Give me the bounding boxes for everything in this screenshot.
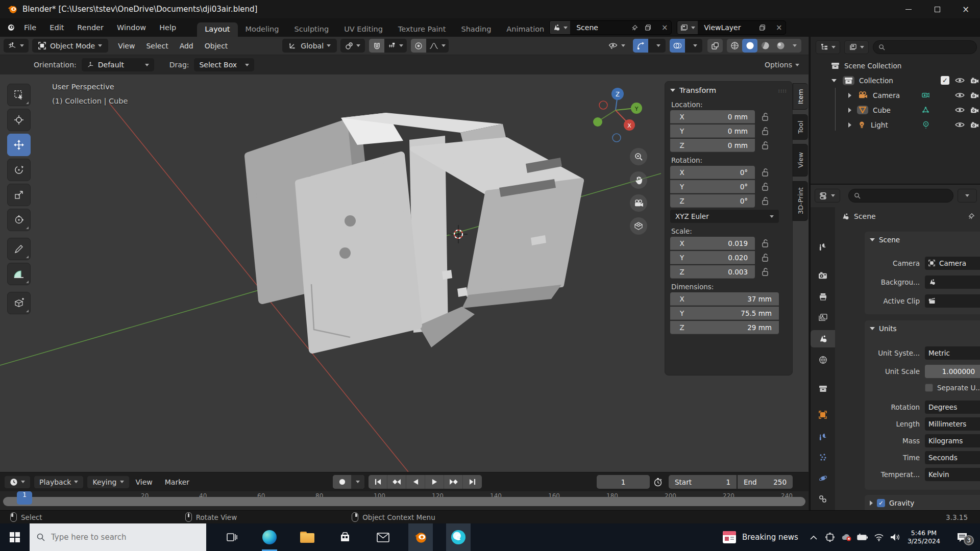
lock-icon[interactable] — [762, 254, 769, 262]
rotation-x-field[interactable]: X0° — [670, 166, 755, 179]
properties-options-dropdown[interactable] — [958, 189, 977, 203]
tool-move[interactable] — [7, 134, 31, 156]
rotation-mode-dropdown[interactable]: XYZ Euler — [670, 210, 779, 223]
lock-icon[interactable] — [762, 141, 769, 149]
minimize-button[interactable] — [894, 0, 923, 18]
camera-view-button[interactable] — [630, 194, 647, 212]
start-button[interactable] — [0, 523, 30, 551]
disable-render-icon[interactable] — [970, 121, 979, 129]
lock-icon[interactable] — [762, 127, 769, 135]
search-input[interactable] — [51, 533, 189, 542]
menu-render[interactable]: Render — [70, 18, 110, 37]
navigation-gizmo[interactable]: Z Y X — [593, 88, 642, 142]
expand-icon[interactable] — [848, 108, 851, 113]
time-unit-dropdown[interactable]: Seconds — [925, 451, 980, 464]
lock-icon[interactable] — [762, 239, 769, 247]
gizmo-toggle[interactable] — [633, 39, 648, 53]
tab-object-icon[interactable] — [811, 406, 835, 423]
menu-object[interactable]: Object — [199, 42, 234, 50]
auto-key-record-button[interactable] — [333, 475, 351, 489]
tab-scene-icon[interactable] — [811, 330, 835, 347]
new-scene-icon[interactable] — [645, 24, 658, 31]
tab-viewlayer-icon[interactable] — [811, 309, 835, 326]
overlays-toggle[interactable] — [670, 39, 685, 53]
outliner-row-cube[interactable]: Cube — [811, 103, 980, 117]
end-frame-field[interactable]: End 250 — [738, 475, 793, 489]
tab-constraints-icon[interactable] — [811, 490, 835, 508]
microsoft-store-button[interactable] — [333, 523, 357, 551]
menu-edit[interactable]: Edit — [43, 18, 70, 37]
scale-x-field[interactable]: X0.019 — [670, 237, 755, 250]
task-view-button[interactable] — [219, 523, 244, 551]
clipchamp-button[interactable] — [446, 523, 471, 551]
timeline-marker-menu[interactable]: Marker — [159, 478, 195, 486]
tool-rotate[interactable] — [7, 159, 31, 181]
tab-physics-icon[interactable] — [811, 469, 835, 487]
menu-window[interactable]: Window — [110, 18, 153, 37]
tab-modeling[interactable]: Modeling — [238, 22, 287, 37]
properties-search[interactable] — [848, 189, 953, 203]
lock-icon[interactable] — [762, 268, 769, 276]
tray-onedrive-icon[interactable] — [838, 523, 854, 551]
rotation-unit-dropdown[interactable]: Degrees — [925, 400, 980, 414]
hide-eye-icon[interactable] — [955, 121, 965, 128]
snap-toggle[interactable] — [369, 39, 384, 53]
current-frame-marker[interactable]: 1 — [17, 491, 32, 505]
disable-render-icon[interactable] — [970, 107, 979, 114]
tab-uv-editing[interactable]: UV Editing — [336, 22, 390, 37]
file-explorer-button[interactable] — [295, 523, 320, 551]
npanel-tab-item[interactable]: Item — [793, 83, 808, 110]
menu-help[interactable]: Help — [153, 18, 183, 37]
jump-to-end-button[interactable] — [463, 475, 482, 489]
pan-hand-button[interactable] — [630, 171, 647, 189]
tab-world-icon[interactable] — [811, 351, 835, 368]
timeline-scrollbar[interactable] — [3, 497, 805, 506]
location-z-field[interactable]: Z0 mm — [670, 139, 755, 152]
scale-z-field[interactable]: Z0.003 — [670, 265, 755, 279]
scene-name[interactable]: Scene — [570, 23, 631, 32]
separate-units-checkbox[interactable] — [925, 384, 933, 392]
rotation-z-field[interactable]: Z0° — [670, 194, 755, 208]
tab-render-icon[interactable] — [811, 267, 835, 284]
dimensions-y-field[interactable]: Y75.5 mm — [670, 307, 779, 320]
expand-icon[interactable] — [831, 79, 837, 82]
tray-chevron-icon[interactable] — [805, 523, 822, 551]
hide-eye-icon[interactable] — [955, 77, 965, 84]
gizmo-dropdown[interactable] — [648, 39, 666, 53]
units-panel-header[interactable]: Units :::: — [865, 320, 980, 335]
tab-texture-paint[interactable]: Texture Paint — [390, 22, 454, 37]
menu-select[interactable]: Select — [140, 42, 174, 50]
playback-menu[interactable]: Playback — [34, 475, 84, 489]
timeline-ruler[interactable]: 20 40 60 80 100 120 140 160 180 200 220 … — [0, 491, 808, 511]
tray-wifi-icon[interactable] — [871, 523, 887, 551]
auto-key-dropdown[interactable] — [351, 475, 364, 489]
new-viewlayer-icon[interactable] — [759, 24, 772, 31]
gravity-checkbox[interactable]: ✓ — [877, 499, 885, 507]
disable-render-icon[interactable] — [970, 92, 979, 99]
menu-add[interactable]: Add — [174, 42, 199, 50]
scale-y-field[interactable]: Y0.020 — [670, 251, 755, 264]
shading-solid[interactable] — [742, 39, 757, 53]
background-prop-field[interactable] — [925, 276, 980, 289]
npanel-tab-view[interactable]: View — [793, 144, 808, 177]
keying-menu[interactable]: Keying — [87, 475, 129, 489]
scene-icon[interactable] — [550, 21, 570, 34]
zoom-button[interactable] — [630, 148, 647, 165]
outliner-row-collection[interactable]: Collection ✓ — [811, 73, 980, 88]
pin-icon[interactable] — [968, 213, 975, 220]
outliner-row-light[interactable]: Light — [811, 117, 980, 132]
tab-collection-icon[interactable] — [811, 380, 835, 397]
outliner-row-camera[interactable]: Camera — [811, 88, 980, 103]
transform-panel-header[interactable]: Transform :::: — [665, 82, 792, 96]
lock-icon[interactable] — [762, 168, 769, 177]
orientation-setting-dropdown[interactable]: Default — [82, 58, 154, 71]
shading-rendered[interactable] — [773, 39, 788, 53]
disable-render-icon[interactable] — [970, 77, 979, 84]
current-frame-field[interactable]: 1 — [597, 475, 650, 489]
length-unit-dropdown[interactable]: Millimeters — [925, 417, 980, 431]
scene-panel-header[interactable]: Scene :::: — [865, 232, 980, 246]
tool-annotate[interactable] — [7, 238, 31, 260]
expand-icon[interactable] — [848, 122, 851, 128]
lock-icon[interactable] — [762, 183, 769, 191]
timeline-editor-type-button[interactable] — [4, 475, 31, 489]
